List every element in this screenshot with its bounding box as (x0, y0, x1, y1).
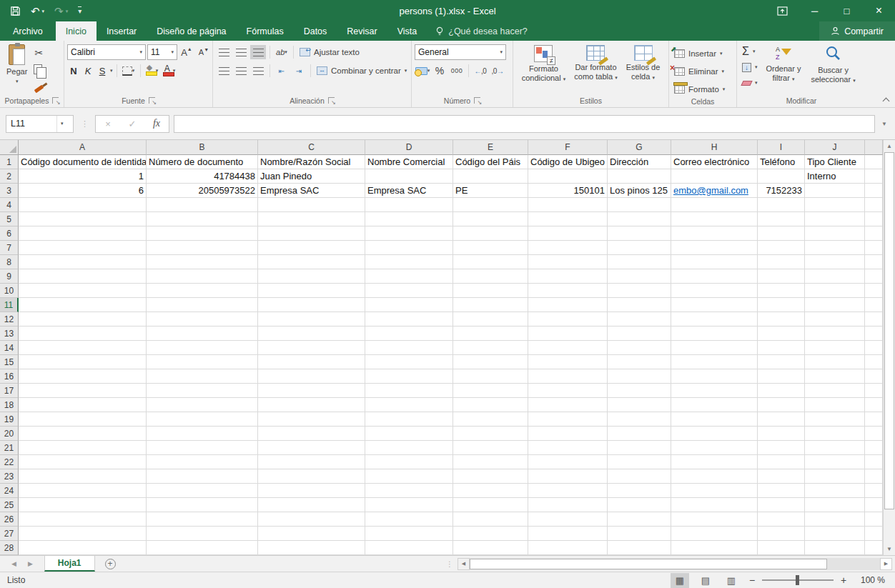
column-header-I[interactable]: I (758, 140, 805, 155)
cell-C16[interactable] (258, 369, 365, 384)
cell-I1[interactable]: Teléfono (758, 155, 805, 169)
cell-F17[interactable] (528, 384, 608, 398)
cell-J1[interactable]: Tipo Cliente (805, 155, 865, 169)
cell-H19[interactable] (671, 412, 758, 427)
copy-button[interactable]: ▾ (31, 62, 46, 76)
cell-H23[interactable] (671, 469, 758, 484)
cell-J27[interactable] (805, 527, 865, 541)
number-dialog-launcher[interactable] (474, 97, 480, 104)
cell-C28[interactable] (258, 541, 365, 555)
cell-H21[interactable] (671, 441, 758, 455)
undo-button[interactable]: ↶▾ (31, 6, 44, 16)
scroll-right-icon[interactable]: ▶ (880, 558, 892, 570)
cell-B4[interactable] (147, 198, 258, 212)
cell-J5[interactable] (805, 212, 865, 226)
column-header-D[interactable]: D (365, 140, 453, 155)
cell-A8[interactable] (19, 255, 147, 269)
formula-bar-splitter[interactable]: ⋮ (78, 119, 91, 129)
cell-D4[interactable] (365, 198, 453, 212)
cell-F24[interactable] (528, 484, 608, 498)
cell-J6[interactable] (805, 226, 865, 241)
cell-C6[interactable] (258, 226, 365, 241)
currency-format-button[interactable]: ▾ (415, 64, 430, 78)
cell-J24[interactable] (805, 484, 865, 498)
tell-me-box[interactable]: ¿Qué desea hacer? (427, 21, 536, 41)
cell-H12[interactable] (671, 312, 758, 327)
cell-C14[interactable] (258, 341, 365, 355)
row-header-7[interactable]: 7 (0, 241, 19, 255)
column-header-H[interactable]: H (671, 140, 758, 155)
cell-G22[interactable] (608, 455, 671, 469)
cell-F20[interactable] (528, 427, 608, 441)
cell-G12[interactable] (608, 312, 671, 327)
vertical-scroll-thumb[interactable] (884, 152, 894, 509)
cell-C17[interactable] (258, 384, 365, 398)
cell-E5[interactable] (453, 212, 528, 226)
cell-F7[interactable] (528, 241, 608, 255)
cell-B26[interactable] (147, 512, 258, 527)
cell-D6[interactable] (365, 226, 453, 241)
cell-D12[interactable] (365, 312, 453, 327)
cell-A22[interactable] (19, 455, 147, 469)
cell-A27[interactable] (19, 527, 147, 541)
row-header-8[interactable]: 8 (0, 255, 19, 269)
cell-C9[interactable] (258, 269, 365, 284)
cell-F21[interactable] (528, 441, 608, 455)
cell-E3[interactable]: PE (453, 184, 528, 198)
sheet-tab-hoja1[interactable]: Hoja1 (44, 556, 95, 572)
cell-B23[interactable] (147, 469, 258, 484)
insert-cells-button[interactable]: Insertar▾ (672, 46, 725, 61)
cell-E28[interactable] (453, 541, 528, 555)
cell-partial[interactable] (865, 155, 883, 169)
cell-A4[interactable] (19, 198, 147, 212)
cell-partial[interactable] (865, 327, 883, 341)
cell-F18[interactable] (528, 398, 608, 412)
row-header-23[interactable]: 23 (0, 469, 19, 484)
cell-J11[interactable] (805, 298, 865, 312)
cell-G27[interactable] (608, 527, 671, 541)
cell-E18[interactable] (453, 398, 528, 412)
cell-A13[interactable] (19, 327, 147, 341)
cell-partial[interactable] (865, 427, 883, 441)
thousands-format-button[interactable]: 000 (449, 64, 465, 78)
column-header-C[interactable]: C (258, 140, 365, 155)
cell-B1[interactable]: Número de documento (147, 155, 258, 169)
row-header-1[interactable]: 1 (0, 155, 19, 169)
tab-datos[interactable]: Datos (294, 21, 337, 41)
cell-H3-link[interactable]: embo@gmail.com (671, 184, 758, 198)
save-icon[interactable] (10, 6, 21, 16)
row-header-26[interactable]: 26 (0, 512, 19, 527)
cell-C23[interactable] (258, 469, 365, 484)
cell-G11[interactable] (608, 298, 671, 312)
maximize-button[interactable]: □ (831, 0, 863, 21)
cell-G5[interactable] (608, 212, 671, 226)
cell-partial[interactable] (865, 455, 883, 469)
cell-J13[interactable] (805, 327, 865, 341)
cell-partial[interactable] (865, 484, 883, 498)
cell-G21[interactable] (608, 441, 671, 455)
cell-I12[interactable] (758, 312, 805, 327)
wrap-text-button[interactable]: Ajustar texto (297, 44, 362, 60)
cell-C21[interactable] (258, 441, 365, 455)
row-header-2[interactable]: 2 (0, 169, 19, 184)
autosum-button[interactable]: Σ▾ (740, 45, 760, 58)
cell-E2[interactable] (453, 169, 528, 184)
cell-D8[interactable] (365, 255, 453, 269)
row-header-13[interactable]: 13 (0, 327, 19, 341)
zoom-out-icon[interactable]: − (748, 574, 756, 586)
share-button[interactable]: Compartir (819, 21, 895, 41)
cell-F16[interactable] (528, 369, 608, 384)
cell-B9[interactable] (147, 269, 258, 284)
font-dialog-launcher[interactable] (149, 97, 155, 104)
align-right-icon[interactable] (250, 64, 266, 78)
cell-A25[interactable] (19, 498, 147, 512)
cell-H6[interactable] (671, 226, 758, 241)
orientation-button[interactable]: ab▾ (274, 45, 290, 59)
cell-H8[interactable] (671, 255, 758, 269)
cell-C12[interactable] (258, 312, 365, 327)
row-header-18[interactable]: 18 (0, 398, 19, 412)
cell-G10[interactable] (608, 284, 671, 298)
cell-F1[interactable]: Código de Ubigeo (528, 155, 608, 169)
cell-C4[interactable] (258, 198, 365, 212)
cell-B8[interactable] (147, 255, 258, 269)
